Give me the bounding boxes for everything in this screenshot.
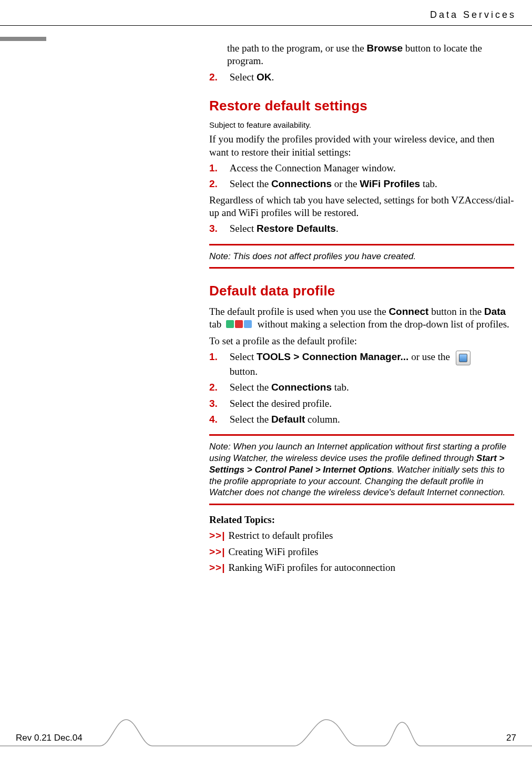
note-text: Note: When you launch an Internet applic…	[209, 441, 514, 498]
related-topics-heading: Related Topics:	[209, 514, 514, 526]
default-profile-note: Note: When you launch an Internet applic…	[209, 434, 514, 505]
connection-manager-button-icon	[456, 351, 470, 365]
intro-continued: the path to the program, or use the Brow…	[227, 42, 514, 68]
intro-text-a: the path to the program, or use the	[227, 43, 366, 54]
step-post: tab.	[420, 178, 437, 189]
step-pre: Select	[230, 223, 257, 234]
step-number: 4.	[209, 413, 227, 426]
connections-label: Connections	[271, 178, 332, 189]
browse-label: Browse	[366, 43, 403, 54]
step-number: 1.	[209, 162, 227, 175]
related-link-label: Ranking WiFi profiles for autoconnection	[229, 562, 396, 573]
note-text: Note: This does not affect profiles you …	[209, 251, 514, 262]
heading-restore: Restore default settings	[209, 97, 514, 115]
restore-step-1: 1. Access the Connection Manager window.	[209, 162, 514, 175]
p1-post: without making a selection from the drop…	[255, 319, 509, 330]
signal-icon	[235, 320, 243, 328]
intro-step-2: 2. Select OK.	[209, 71, 514, 84]
default-step-1: 1. Select TOOLS > Connection Manager... …	[209, 351, 514, 378]
step-number: 2.	[209, 381, 227, 394]
default-column-label: Default	[271, 414, 305, 425]
step-text: Select the desired profile.	[230, 397, 514, 410]
restore-subnote: Subject to feature availability.	[209, 120, 514, 130]
step-post: or use the	[408, 351, 452, 362]
default-step-3: 3. Select the desired profile.	[209, 397, 514, 410]
step-number: 3.	[209, 397, 227, 410]
step-text: Access the Connection Manager window.	[230, 162, 514, 175]
step-pre: Select the	[230, 382, 271, 393]
note-pre: Note: When you launch an Internet applic…	[209, 442, 506, 463]
wifi-profiles-label: WiFi Profiles	[360, 178, 420, 189]
step-pre: Select the	[230, 414, 271, 425]
restore-defaults-label: Restore Defaults	[257, 223, 336, 234]
step-text-post: .	[271, 71, 274, 83]
connections-tab-label: Connections	[271, 382, 332, 393]
p1-pre: The default profile is used when you use…	[209, 306, 388, 317]
data-tab-icons	[226, 319, 253, 331]
connect-label: Connect	[388, 306, 428, 317]
data-tab-label: Data	[484, 306, 506, 317]
restore-intro: If you modify the profiles provided with…	[209, 133, 514, 159]
side-tab-marker	[0, 37, 46, 41]
related-link-3[interactable]: >>|Ranking WiFi profiles for autoconnect…	[209, 561, 514, 574]
restore-step-3: 3. Select Restore Defaults.	[209, 222, 514, 235]
p1-mid1: button in the	[428, 306, 484, 317]
step-number: 1.	[209, 351, 227, 363]
related-link-label: Creating WiFi profiles	[229, 546, 319, 557]
related-link-1[interactable]: >>|Restrict to default profiles	[209, 529, 514, 542]
heading-default-profile: Default data profile	[209, 282, 514, 300]
link-marker-icon: >>|	[209, 530, 226, 541]
footer-page-number: 27	[506, 733, 516, 743]
step-post: .	[336, 223, 339, 234]
related-link-label: Restrict to default profiles	[229, 530, 333, 541]
step-pre: Select the	[230, 178, 271, 189]
step-mid: or the	[332, 178, 360, 189]
step-number: 3.	[209, 222, 227, 235]
p1-mid2: tab	[209, 319, 224, 330]
restore-step-2-sub: Regardless of which tab you have selecte…	[209, 194, 514, 220]
step-number: 2.	[209, 178, 227, 190]
default-step-4: 4. Select the Default column.	[209, 413, 514, 426]
header-rule	[0, 25, 532, 26]
main-content: the path to the program, or use the Brow…	[209, 42, 514, 577]
default-step-2: 2. Select the Connections tab.	[209, 381, 514, 394]
related-link-2[interactable]: >>|Creating WiFi profiles	[209, 546, 514, 558]
restore-step-2: 2. Select the Connections or the WiFi Pr…	[209, 178, 514, 190]
globe-icon	[226, 320, 234, 328]
default-profile-p1: The default profile is used when you use…	[209, 305, 514, 332]
step-pre: Select	[230, 351, 257, 362]
page-section-header: Data Services	[430, 9, 516, 21]
step-text-pre: Select	[230, 71, 257, 83]
ok-label: OK	[257, 71, 272, 83]
footer-revision: Rev 0.21 Dec.04	[16, 733, 83, 743]
step-tail: button.	[230, 366, 258, 377]
restore-note: Note: This does not affect profiles you …	[209, 244, 514, 269]
step-post: tab.	[332, 382, 349, 393]
step-post: column.	[305, 414, 340, 425]
step-number: 2.	[209, 71, 227, 84]
link-marker-icon: >>|	[209, 562, 226, 573]
monitor-icon	[244, 320, 252, 328]
link-marker-icon: >>|	[209, 546, 226, 557]
tools-cm-label: TOOLS > Connection Manager...	[257, 351, 408, 362]
default-profile-p2: To set a profile as the default profile:	[209, 335, 514, 347]
